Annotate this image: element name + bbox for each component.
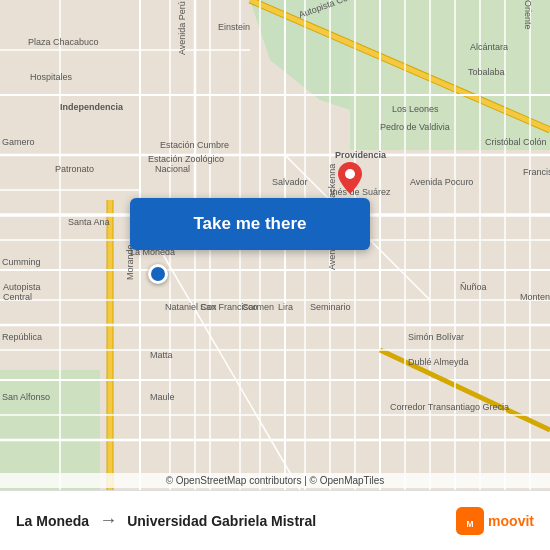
label-cristobal: Cristóbal Colón bbox=[485, 137, 547, 147]
label-estacion-zoo2: Nacional bbox=[155, 164, 190, 174]
label-plaza-chacabuco: Plaza Chacabuco bbox=[28, 37, 99, 47]
svg-text:M: M bbox=[467, 518, 474, 528]
label-montenegro: Montenegro bbox=[520, 292, 550, 302]
label-autopista-central: Autopista bbox=[3, 282, 41, 292]
label-providencia: Providencia bbox=[335, 150, 387, 160]
label-carmen: Carmen bbox=[242, 302, 274, 312]
label-estacion-cumbre: Estación Cumbre bbox=[160, 140, 229, 150]
label-seminario: Seminario bbox=[310, 302, 351, 312]
origin-pin bbox=[148, 264, 168, 284]
label-patronato: Patronato bbox=[55, 164, 94, 174]
label-hospitales: Hospitales bbox=[30, 72, 73, 82]
footer-arrow: → bbox=[99, 510, 117, 531]
label-corredor: Corredor Transantiago Grecia bbox=[390, 402, 509, 412]
footer-route: La Moneda → Universidad Gabriela Mistral bbox=[16, 510, 456, 531]
label-gamero: Gamero bbox=[2, 137, 35, 147]
label-santa-ana: Santa Ana bbox=[68, 217, 110, 227]
label-avenida-pocuro: Avenida Pocuro bbox=[410, 177, 473, 187]
moovit-text: moovit bbox=[488, 513, 534, 529]
label-lira: Lira bbox=[278, 302, 293, 312]
label-cumming: Cumming bbox=[2, 257, 41, 267]
label-alcantara: Alcántara bbox=[470, 42, 508, 52]
label-nunoa: Ñuñoa bbox=[460, 282, 487, 292]
map-attribution: © OpenStreetMap contributors | © OpenMap… bbox=[0, 473, 550, 488]
moovit-logo: M moovit bbox=[456, 507, 534, 535]
take-me-there-button[interactable]: Take me there bbox=[130, 198, 370, 250]
label-duble-almeyda: Dublé Almeyda bbox=[408, 357, 469, 367]
label-san-alfonso: San Alfonso bbox=[2, 392, 50, 402]
svg-point-1 bbox=[345, 169, 355, 179]
label-salvador: Salvador bbox=[272, 177, 308, 187]
label-simon-bolivar: Simón Bolívar bbox=[408, 332, 464, 342]
map-container: Plaza Chacabuco Einstein Independencia H… bbox=[0, 0, 550, 490]
destination-pin bbox=[338, 162, 362, 194]
footer-destination: Universidad Gabriela Mistral bbox=[127, 513, 316, 529]
label-republica: República bbox=[2, 332, 42, 342]
label-los-leones: Los Leones bbox=[392, 104, 439, 114]
label-ort: Oriente bbox=[523, 0, 533, 30]
label-autopista-central2: Central bbox=[3, 292, 32, 302]
footer-origin: La Moneda bbox=[16, 513, 89, 529]
label-francisco: Francisco bbox=[523, 167, 550, 177]
footer: La Moneda → Universidad Gabriela Mistral… bbox=[0, 490, 550, 550]
label-einstein: Einstein bbox=[218, 22, 250, 32]
label-estacion-zoo: Estación Zoológico bbox=[148, 154, 224, 164]
label-maule: Maule bbox=[150, 392, 175, 402]
label-tobalaba: Tobalaba bbox=[468, 67, 505, 77]
park-southwest bbox=[0, 370, 100, 490]
label-independencia: Independencia bbox=[60, 102, 124, 112]
label-pedro-valdivia: Pedro de Valdivia bbox=[380, 122, 450, 132]
label-matta: Matta bbox=[150, 350, 173, 360]
label-av-peru: Avenida Perú bbox=[177, 1, 187, 55]
